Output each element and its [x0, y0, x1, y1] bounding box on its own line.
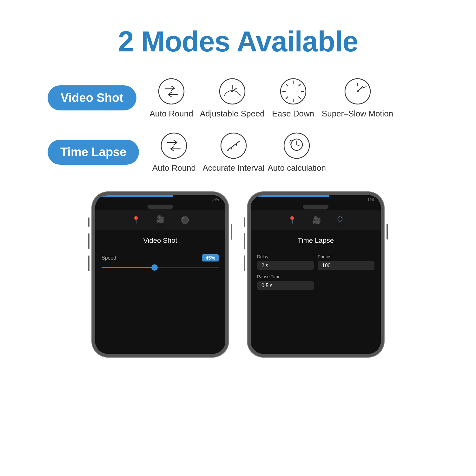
time-lapse-badge: Time Lapse [48, 140, 139, 165]
feature-auto-calculation: Auto calculation [268, 131, 326, 173]
phone-frame-time-lapse: 14% 📍 🎥 ⏱ Time Lapse [248, 192, 384, 357]
svg-line-9 [299, 97, 301, 99]
page-title: 2 Modes Available [118, 25, 358, 58]
svg-point-24 [284, 133, 309, 158]
tab-video-1: 🎥 [156, 215, 165, 225]
phones-section: 14% 📍 🎥 ⚫ Video Shot [92, 192, 384, 357]
feature-auto-round-2: Auto Round [149, 131, 199, 173]
tl-delay-field: Delay 2 s [257, 254, 314, 270]
status-bar-2: 14% [251, 195, 381, 204]
feature-adjustable-speed: Adjustable Speed [200, 77, 265, 119]
phone-frame-video-shot: 14% 📍 🎥 ⚫ Video Shot [92, 192, 228, 357]
phone-time-lapse: 14% 📍 🎥 ⏱ Time Lapse [248, 192, 384, 357]
tl-photos-label: Photos [318, 254, 374, 259]
phone-screen-title-1: Video Shot [102, 236, 219, 245]
svg-point-0 [159, 79, 184, 104]
phone-tabs-2: 📍 🎥 ⏱ [251, 210, 381, 230]
svg-line-10 [299, 84, 301, 86]
battery-text-2: 14% [367, 198, 374, 202]
tab-dot-1: ⚫ [181, 216, 189, 224]
super-slow-motion-icon [343, 77, 372, 106]
auto-calculation-icon [282, 131, 311, 160]
ease-down-icon [279, 77, 307, 106]
adjustable-speed-label: Adjustable Speed [200, 109, 265, 119]
tab-location-2: 📍 [288, 216, 296, 224]
auto-calculation-label: Auto calculation [268, 163, 326, 173]
super-slow-motion-label: Super–Slow Motion [322, 109, 393, 119]
svg-point-16 [161, 133, 187, 158]
speed-section: Speed 45% [102, 254, 219, 268]
tl-delay-label: Delay [257, 254, 314, 259]
feature-ease-down: Ease Down [268, 77, 319, 119]
phone-screen-title-2: Time Lapse [257, 236, 374, 245]
tl-photos-value: 100 [318, 261, 374, 270]
auto-round-2-icon [160, 131, 188, 160]
tl-grid: Delay 2 s Photos 100 Pause Time 0.5 s [257, 254, 374, 290]
svg-line-8 [286, 84, 288, 86]
accurate-interval-icon [219, 131, 248, 160]
auto-round-label: Auto Round [149, 109, 193, 119]
video-shot-features: Auto Round Adjustable Speed [146, 77, 428, 119]
speed-label: Speed [102, 255, 116, 261]
tab-location-1: 📍 [132, 216, 140, 224]
adjustable-speed-icon [218, 77, 247, 106]
tl-delay-value: 2 s [257, 261, 314, 270]
feature-accurate-interval: Accurate Interval [202, 131, 264, 173]
accurate-interval-label: Accurate Interval [202, 163, 264, 173]
feature-auto-round: Auto Round [146, 77, 197, 119]
notch-2 [251, 204, 381, 210]
tl-photos-field: Photos 100 [318, 254, 374, 270]
time-lapse-features: Auto Round Accurate Interv [149, 131, 428, 173]
speed-badge: 45% [202, 254, 219, 261]
feature-super-slow-motion: Super–Slow Motion [322, 77, 393, 119]
battery-text-1: 14% [212, 198, 219, 202]
phone-content-1: Video Shot Speed 45% [95, 230, 225, 354]
svg-line-11 [286, 97, 288, 99]
video-shot-badge: Video Shot [48, 85, 136, 110]
tab-video-2: 🎥 [312, 216, 321, 224]
phone-tabs-1: 📍 🎥 ⚫ [95, 210, 225, 230]
phone-content-2: Time Lapse Delay 2 s Photos 100 Pause Ti… [251, 230, 381, 354]
mode-row-video-shot: Video Shot Auto Round [48, 77, 428, 119]
mode-row-time-lapse: Time Lapse Auto Round [48, 131, 428, 173]
slider-track[interactable] [102, 267, 219, 268]
tl-pause-field: Pause Time 0.5 s [257, 274, 314, 290]
slider-fill [102, 267, 155, 268]
status-bar-1: 14% [95, 195, 225, 204]
ease-down-label: Ease Down [272, 109, 314, 119]
phone-video-shot: 14% 📍 🎥 ⚫ Video Shot [92, 192, 228, 357]
tab-timer-2: ⏱ [337, 215, 344, 225]
modes-section: Video Shot Auto Round [48, 77, 428, 173]
notch-1 [95, 204, 225, 210]
tl-pause-label: Pause Time [257, 274, 314, 279]
tl-pause-value: 0.5 s [257, 281, 314, 290]
auto-round-2-label: Auto Round [152, 163, 196, 173]
auto-round-icon [157, 77, 186, 106]
slider-thumb[interactable] [151, 264, 158, 271]
svg-point-15 [357, 90, 359, 92]
